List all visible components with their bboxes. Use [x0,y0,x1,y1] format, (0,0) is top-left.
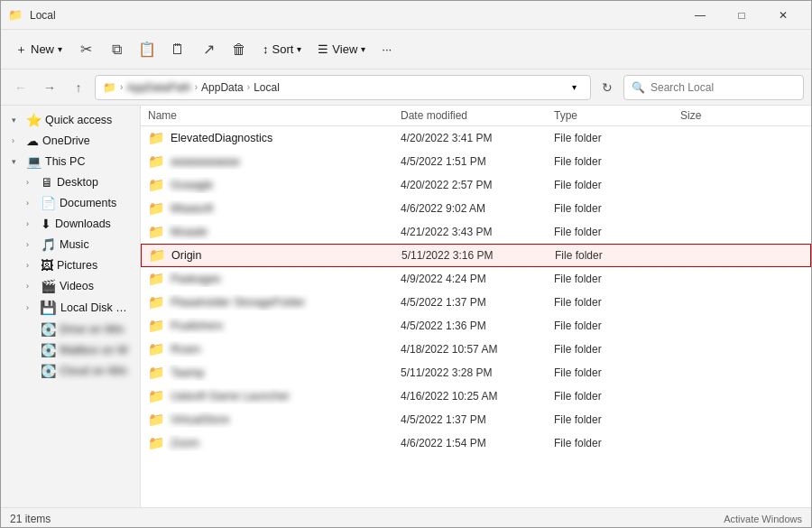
file-date: 4/5/2022 1:36 PM [401,320,554,332]
sidebar-item-desktop[interactable]: › 🖥 Desktop [5,172,136,192]
chevron-icon: › [12,136,23,145]
file-type: File folder [554,343,680,356]
sidebar: ▾ ⭐ Quick access › ☁ OneDrive ▾ 💻 This P… [1,106,141,507]
sidebar-item-onedrive[interactable]: › ☁ OneDrive [5,131,136,151]
downloads-icon: ⬇ [41,217,51,231]
sort-label: Sort [272,42,294,56]
close-button[interactable]: ✕ [762,1,804,30]
computer-icon: 💻 [26,154,42,169]
search-icon: 🔍 [632,81,645,94]
file-name-text: Plaaaholder StorageFolder [171,296,305,309]
table-row[interactable]: 📁Goaagle4/20/2022 2:57 PMFile folder [141,173,811,197]
breadcrumb-blurred[interactable]: AppDataPath [126,81,190,94]
file-name-text: Zoom [171,437,199,449]
breadcrumb[interactable]: 📁 › AppDataPath › AppData › Local ▾ [95,75,591,100]
title-bar-left: 📁 Local [8,8,56,23]
file-type: File folder [554,437,680,449]
sidebar-drive1-label: Drive on Win [60,323,125,336]
refresh-button[interactable]: ↻ [595,75,620,100]
sidebar-drive2-label: Mailbox on W [60,344,128,357]
file-date: 4/18/2022 10:57 AM [401,343,554,356]
file-name-text: Paakages [171,273,221,285]
delete-button[interactable]: 🗑 [225,35,254,64]
search-box[interactable]: 🔍 [623,75,804,100]
folder-icon: 📁 [148,294,165,310]
sidebar-item-videos[interactable]: › 🎬 Videos [5,276,136,296]
sidebar-drive3-label: Cloud on Win [60,365,127,377]
file-type: File folder [554,390,680,403]
sidebar-item-pictures[interactable]: › 🖼 Pictures [5,255,136,275]
sidebar-item-documents[interactable]: › 📄 Documents [5,193,136,213]
sidebar-item-thispc[interactable]: ▾ 💻 This PC [5,152,136,171]
toolbar: ＋ New ▾ ✂ ⧉ 📋 🗒 ↗ 🗑 ↕ Sort ▾ ☰ View ▾ ··… [1,30,811,69]
table-row[interactable]: 📁VirtualStore4/5/2022 1:37 PMFile folder [141,408,811,431]
table-row[interactable]: 📁ElevatedDiagnostics4/20/2022 3:41 PMFil… [141,126,811,150]
file-name-text: aaaaaaaaaaa [171,155,239,168]
back-button[interactable]: ← [8,75,33,100]
file-type: File folder [554,273,680,285]
chevron-icon: ▾ [12,116,23,125]
folder-icon: 📁 [148,153,165,170]
folder-icon: 📁 [148,177,165,193]
breadcrumb-root-icon: 📁 [103,81,116,94]
rename-button[interactable]: 🗒 [163,35,192,64]
table-row[interactable]: 📁Ualsoft Game Launcher4/16/2022 10:25 AM… [141,384,811,408]
cut-button[interactable]: ✂ [71,35,100,64]
activate-windows-text: Activate Windows [724,514,802,524]
view-button[interactable]: ☰ View ▾ [310,35,373,64]
localdisk-icon: 💾 [40,300,57,316]
copy-button[interactable]: ⧉ [102,35,131,64]
sidebar-quick-access-label: Quick access [45,114,112,126]
table-row[interactable]: 📁Miaasoft4/6/2022 9:02 AMFile folder [141,197,811,220]
table-row[interactable]: 📁Zoom4/6/2022 1:54 PMFile folder [141,431,811,455]
file-date: 4/16/2022 10:25 AM [401,390,554,403]
breadcrumb-sep-3: › [247,82,250,92]
forward-button[interactable]: → [37,75,62,100]
sidebar-item-drive1[interactable]: 💽 Drive on Win [5,320,136,339]
file-type: File folder [554,132,680,144]
status-bar: 21 items Activate Windows [1,507,811,528]
sidebar-onedrive-label: OneDrive [42,134,90,147]
sidebar-item-drive3[interactable]: 💽 Cloud on Win [5,361,136,381]
chevron-icon: › [26,282,37,291]
table-row[interactable]: 📁Roam4/18/2022 10:57 AMFile folder [141,338,811,361]
file-name-text: Ualsoft Game Launcher [171,390,290,403]
sidebar-item-drive2[interactable]: 💽 Mailbox on W [5,340,136,360]
sidebar-item-quick-access[interactable]: ▾ ⭐ Quick access [5,110,136,130]
file-list-header: Name Date modified Type Size [141,106,811,126]
table-row[interactable]: 📁aaaaaaaaaaa4/5/2022 1:51 PMFile folder [141,150,811,173]
paste-button[interactable]: 📋 [133,35,161,64]
table-row[interactable]: 📁Plaaaholder StorageFolder4/5/2022 1:37 … [141,291,811,314]
sidebar-item-localdisk[interactable]: › 💾 Local Disk (C:) [5,297,136,319]
videos-icon: 🎬 [41,279,56,293]
file-date: 4/6/2022 9:02 AM [401,202,554,215]
sort-button[interactable]: ↕ Sort ▾ [255,35,309,64]
file-type: File folder [554,320,680,332]
file-list: Name Date modified Type Size 📁ElevatedDi… [141,106,811,507]
share-button[interactable]: ↗ [194,35,223,64]
file-name-text: VirtualStore [171,413,229,426]
breadcrumb-dropdown-button[interactable]: ▾ [565,79,583,97]
breadcrumb-appdata[interactable]: AppData [201,81,244,94]
drive3-icon: 💽 [41,364,56,378]
up-button[interactable]: ↑ [66,75,91,100]
search-input[interactable] [651,81,796,94]
sidebar-item-music[interactable]: › 🎵 Music [5,235,136,255]
col-name-header: Name [148,109,401,122]
documents-icon: 📄 [41,196,56,210]
breadcrumb-local[interactable]: Local [254,81,280,94]
sidebar-desktop-label: Desktop [57,176,98,189]
table-row[interactable]: 📁Paakages4/9/2022 4:24 PMFile folder [141,267,811,291]
sidebar-item-downloads[interactable]: › ⬇ Downloads [5,214,136,234]
table-row[interactable]: 📁Taamp5/11/2022 3:28 PMFile folder [141,361,811,384]
new-chevron-icon: ▾ [58,44,62,54]
more-button[interactable]: ··· [374,35,399,64]
minimize-button[interactable]: — [679,1,721,30]
maximize-button[interactable]: □ [721,1,762,30]
table-row[interactable]: 📁Origin5/11/2022 3:16 PMFile folder [141,244,811,267]
table-row[interactable]: 📁Moaale4/21/2022 3:43 PMFile folder [141,220,811,244]
new-button[interactable]: ＋ New ▾ [8,35,69,64]
window-icon: 📁 [8,8,23,23]
folder-icon: 📁 [148,412,165,428]
table-row[interactable]: 📁Pualishers4/5/2022 1:36 PMFile folder [141,314,811,338]
